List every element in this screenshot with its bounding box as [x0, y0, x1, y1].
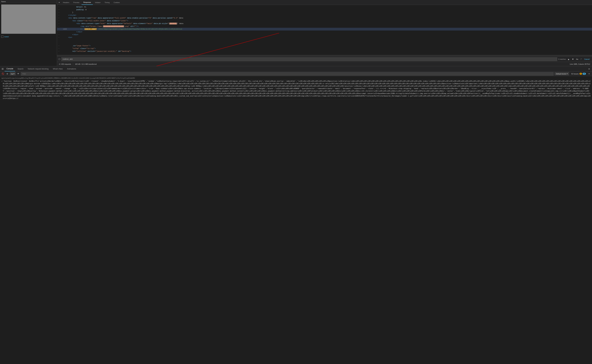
filter-input[interactable] — [21, 72, 554, 76]
line-icon: - — [58, 11, 60, 14]
level-chevron-icon: ▾ — [567, 73, 568, 75]
search-input[interactable] — [61, 57, 557, 61]
code-line: - </style> — [57, 14, 592, 17]
level-selector[interactable]: Default levels ▾ — [554, 72, 569, 75]
bottom-tab-bar: Console Search Network request blocking … — [0, 66, 592, 72]
line-num: 1885 — [60, 28, 68, 31]
line-icon: - — [58, 31, 60, 33]
tab-close-btn[interactable]: ✕ — [58, 1, 61, 4]
search-cancel-btn[interactable]: Cancel — [583, 58, 591, 60]
line-icon: - — [58, 17, 60, 20]
svg-rect-4 — [3, 69, 3, 70]
context-label: top — [11, 73, 13, 75]
svg-rect-3 — [2, 69, 2, 70]
line-icon: - — [58, 14, 60, 17]
line-content: <!--COOKIE_ANNOT::ZnVuY3Rpb24gXzB4NDVjZS… — [68, 28, 591, 31]
format-icon: {} — [58, 58, 60, 60]
code-line: - margin: 0; — [57, 6, 592, 8]
tab-whats-new[interactable]: What's New — [51, 66, 65, 71]
line-content: <div data-content-type="row" data-appear… — [68, 17, 591, 20]
requests-count: 4 / 453 requests — [59, 63, 71, 65]
search-matches: 2 matches — [558, 58, 566, 60]
tab-cookies[interactable]: Cookies — [112, 0, 122, 5]
expand-icon[interactable]: ◁ — [1, 80, 2, 82]
handle-icon — [1, 68, 4, 70]
line-column-info: Line 1885, Column 357512 — [570, 63, 590, 65]
name-checkbox[interactable] — [1, 36, 3, 38]
line-content: } — [68, 11, 591, 14]
console-output: nge1z1ynmnOrungxz1snungyNDEsn1ng/NEepKE1… — [0, 76, 592, 364]
tab-animations[interactable]: Animations — [65, 66, 78, 71]
icons-link[interactable]: icons/ — [4, 36, 9, 38]
top-panel: Name icons/ ✕ Headers Preview Response I… — [0, 0, 592, 66]
context-selector[interactable]: top ▾ — [10, 72, 16, 75]
panel-handle[interactable] — [1, 67, 4, 70]
line-content: </div> — [68, 31, 591, 33]
line-icon: - — [58, 28, 60, 31]
line-icon: - — [58, 25, 60, 28]
line-content: <img src="https://www.██████████████████… — [68, 25, 591, 28]
svg-rect-1 — [2, 68, 2, 69]
line-content: <iv> — [68, 36, 591, 39]
filter-toggle-btn[interactable]: ⊘ — [6, 72, 9, 76]
code-line: - .ss="page-footer"> — [57, 44, 592, 47]
code-line: - <iv> — [57, 36, 592, 39]
case-sensitive-btn[interactable]: Aa — [576, 58, 579, 60]
code-line: - <img src="https://www.████████████████… — [57, 25, 592, 28]
console-main-line[interactable]: ◁ `function _0x45ce(){const _0x30cc77=['… — [0, 80, 592, 100]
line-content: margin: 0; — [68, 6, 591, 8]
search-next-btn[interactable]: ▼ — [571, 58, 575, 61]
code-line: - </div> — [57, 33, 592, 36]
code-line: - padding: 0 — [57, 8, 592, 11]
console-top-line: nge1z1ynmnOrungxz1snungyNDEsn1ng/NEepKE1… — [0, 77, 592, 80]
tab-search[interactable]: Search — [16, 66, 25, 71]
clear-console-btn[interactable]: 🚫 — [1, 72, 5, 76]
code-area: - margin: 0; - padding: 0 - } - </style> — [57, 5, 592, 55]
tab-timing[interactable]: Timing — [103, 0, 112, 5]
code-line: - "toTop" class="to-top"> — [57, 47, 592, 50]
line-icon: - — [58, 20, 60, 22]
level-label: Default levels — [556, 73, 566, 75]
line-icon: - — [58, 8, 60, 11]
line-content: </div> — [68, 33, 591, 36]
transferred-size: 182 kB / 13.1 MB transferred — [75, 63, 97, 65]
settings-icon[interactable]: ⚙ — [587, 72, 591, 76]
bottom-panel: Console Search Network request blocking … — [0, 66, 592, 364]
search-bar: {} 2 matches ▲ ▼ Aa .* Cancel — [57, 56, 592, 62]
code-line: - rel="nofollow" onclick="javascript:voi… — [57, 50, 592, 53]
line-content: <div class="row-full-width-inner" data-e… — [68, 20, 591, 22]
regex-btn[interactable]: .* — [580, 58, 582, 60]
line-icon: - — [58, 33, 60, 36]
tab-initiator[interactable]: Initiator — [93, 0, 102, 5]
code-line: - <div data-content-type="row" data-appe… — [57, 17, 592, 20]
code-line — [57, 42, 592, 44]
name-panel: Name icons/ — [0, 0, 57, 66]
code-line — [57, 39, 592, 42]
line-icon: - — [58, 6, 60, 8]
name-image — [1, 5, 56, 34]
line-content: .ss="page-footer"> — [68, 44, 591, 47]
tab-network-request-blocking[interactable]: Network request blocking — [26, 66, 50, 71]
status-bar: 4 / 453 requests 182 kB / 13.1 MB transf… — [57, 62, 592, 66]
name-item: icons/ — [0, 35, 57, 38]
line-content: padding: 0 — [68, 8, 591, 11]
info-badge: 52 — [583, 73, 586, 75]
highlighted-code-line: - 1885 <!--COOKIE_ANNOT::ZnVuY3Rpb24gXzB… — [57, 28, 592, 31]
response-tab-bar: ✕ Headers Preview Response Initiator Tim… — [57, 0, 592, 5]
chevron-down-icon: ▾ — [13, 73, 14, 75]
horizontal-scrollbar[interactable] — [57, 55, 592, 56]
line-icon: - — [58, 47, 60, 50]
eye-icon-btn[interactable]: 👁 — [16, 72, 20, 76]
line-icon: - — [58, 22, 60, 25]
line-content: rel="nofollow" onclick="javascript:void(… — [68, 50, 591, 53]
tab-response[interactable]: Response — [82, 0, 93, 5]
name-header: Name — [0, 0, 57, 3]
line-icon: - — [58, 50, 60, 53]
search-prev-btn[interactable]: ▲ — [567, 58, 570, 61]
tab-console[interactable]: Console — [5, 66, 15, 71]
tab-headers[interactable]: Headers — [61, 0, 71, 5]
code-line: - <div class="row-full-width-inner" data… — [57, 20, 592, 22]
tab-preview[interactable]: Preview — [72, 0, 81, 5]
bottom-panel-close-btn[interactable]: ✕ — [587, 67, 591, 71]
code-line: - <div data-content-type="html" data-app… — [57, 22, 592, 25]
